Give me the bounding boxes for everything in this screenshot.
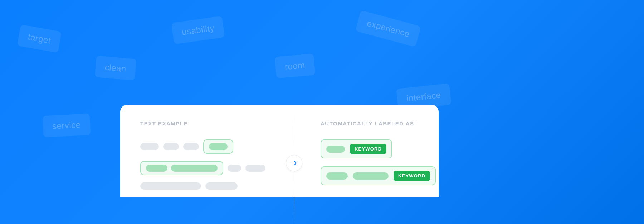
text-token	[140, 182, 201, 190]
background-tag: experience	[355, 10, 421, 47]
keyword-token	[171, 165, 218, 172]
keyword-token	[326, 172, 348, 180]
labeled-keyword-2: KEYWORD	[321, 166, 436, 185]
arrow-right-icon	[286, 155, 302, 171]
text-row-2	[140, 161, 298, 175]
keyword-badge: KEYWORD	[394, 171, 430, 181]
background-tag: clean	[95, 56, 137, 81]
text-token	[183, 143, 199, 150]
background-tag: room	[275, 53, 316, 78]
labeled-column: AUTOMATICALLY LABELED AS: KEYWORD KEYWOR…	[298, 120, 436, 197]
background-tag: usability	[171, 16, 225, 44]
labeled-keyword-1: KEYWORD	[321, 139, 392, 158]
background-tag: target	[17, 24, 62, 53]
text-row-3	[140, 182, 298, 190]
left-column-title: TEXT EXAMPLE	[140, 120, 298, 127]
keyword-token	[146, 165, 167, 172]
text-token	[205, 182, 238, 190]
highlighted-keyword-phrase	[140, 161, 223, 175]
keyword-token	[209, 143, 228, 150]
keyword-token	[353, 172, 389, 180]
background-tag: service	[43, 114, 91, 138]
illustration-card: TEXT EXAMPLE AUTOMATICALLY LABELED AS	[120, 105, 439, 197]
text-token	[228, 165, 241, 172]
highlighted-keyword	[203, 139, 233, 154]
text-token	[163, 143, 179, 150]
right-column-title: AUTOMATICALLY LABELED AS:	[321, 120, 436, 127]
keyword-badge: KEYWORD	[350, 144, 386, 154]
text-token	[245, 165, 265, 172]
text-row-1	[140, 139, 298, 154]
keyword-token	[326, 146, 345, 153]
text-example-column: TEXT EXAMPLE	[140, 120, 298, 197]
text-token	[140, 143, 159, 150]
